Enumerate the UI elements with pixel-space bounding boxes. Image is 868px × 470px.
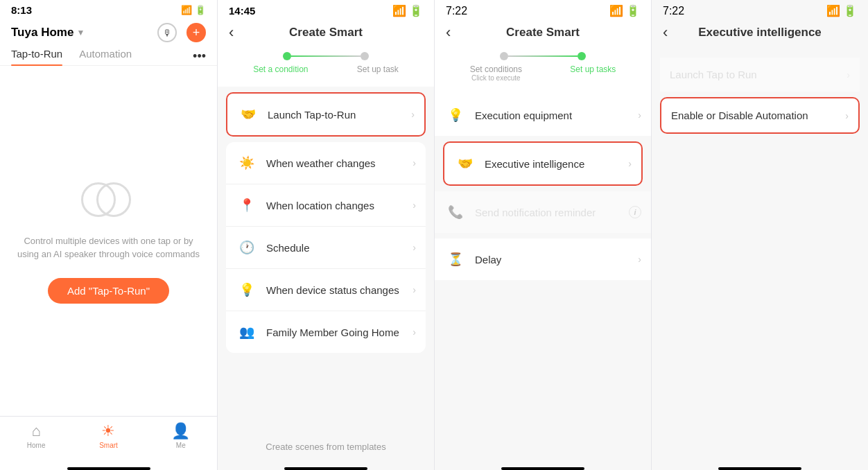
progress-steps-2	[218, 46, 434, 63]
mic-button[interactable]: 🎙	[157, 23, 177, 42]
chevron-down-icon: ▼	[76, 28, 85, 37]
smart-nav-label: Smart	[99, 442, 118, 449]
notification-list: 📞 Send notification reminder i	[435, 191, 651, 233]
back-button-2[interactable]: ‹	[229, 24, 234, 42]
home-indicator-2	[284, 467, 367, 470]
device-text: When device status changes	[266, 284, 413, 296]
step-line-3	[508, 55, 578, 57]
rings-icon	[81, 179, 137, 220]
chevron-location: ›	[413, 200, 416, 211]
tab-tap-to-run[interactable]: Tap-to-Run	[11, 48, 62, 65]
wifi-icon-4: 📶	[826, 5, 840, 17]
chevron-weather: ›	[413, 157, 416, 168]
status-bar-2: 14:45 📶 🔋	[218, 0, 434, 20]
exec-intel-icon: 🤝	[454, 153, 476, 175]
status-bar-1: 8:13 📶 🔋	[0, 0, 217, 19]
add-tap-to-run-button[interactable]: Add "Tap-To-Run"	[48, 278, 169, 304]
execution-equipment-item[interactable]: 💡 Execution equipment ›	[435, 94, 651, 136]
location-icon: 📍	[236, 194, 258, 216]
launch-tap-run-text: Launch Tap to Run	[670, 69, 847, 80]
nav-me[interactable]: 👤 Me	[145, 422, 217, 449]
exec-equip-text: Execution equipment	[475, 110, 638, 121]
nav-smart[interactable]: ☀ Smart	[72, 422, 144, 449]
chevron-device: ›	[413, 284, 416, 295]
launch-tap-to-run-item[interactable]: 🤝 Launch Tap-to-Run ›	[226, 92, 426, 137]
notification-text: Send notification reminder	[475, 207, 629, 218]
step-dot-3b	[578, 52, 586, 60]
panel-executive-intelligence: 7:22 📶 🔋 ‹ Executive intelligence Launch…	[651, 0, 868, 470]
task-list: 💡 Execution equipment ›	[435, 94, 651, 136]
delay-icon: ⏳	[444, 248, 467, 270]
chevron-4b: ›	[845, 110, 849, 121]
step-line-2	[291, 55, 361, 57]
chevron-launch: ›	[411, 109, 415, 120]
battery-icon-2: 🔋	[409, 5, 423, 17]
time-3: 7:22	[446, 5, 467, 17]
time-2: 14:45	[229, 5, 255, 17]
home-indicator-4	[718, 467, 801, 470]
schedule-item[interactable]: 🕐 Schedule ›	[226, 227, 426, 269]
family-icon: 👥	[236, 321, 258, 343]
panel4-list-1: Launch Tap to Run ›	[660, 58, 860, 92]
launch-icon: 🤝	[237, 103, 259, 125]
chevron-schedule: ›	[413, 242, 416, 253]
weather-item[interactable]: ☀️ When weather changes ›	[226, 142, 426, 184]
family-text: Family Member Going Home	[266, 327, 413, 338]
weather-icon: ☀️	[236, 152, 258, 174]
location-item[interactable]: 📍 When location changes ›	[226, 184, 426, 227]
progress-labels-2: Set a condition Set up task	[218, 63, 434, 81]
location-text: When location changes	[266, 200, 413, 211]
tab-automation[interactable]: Automation	[79, 48, 132, 65]
info-icon[interactable]: i	[629, 206, 641, 218]
step-dot-3a	[500, 52, 508, 60]
panel-title-2: Create Smart	[289, 26, 363, 40]
delay-text: Delay	[475, 254, 638, 266]
panel-create-smart-1: 14:45 📶 🔋 ‹ Create Smart Set a condition…	[217, 0, 434, 470]
chevron-delay: ›	[638, 254, 641, 265]
device-status-item[interactable]: 💡 When device status changes ›	[226, 269, 426, 311]
nav-home[interactable]: ⌂ Home	[0, 422, 72, 449]
status-bar-3: 7:22 📶 🔋	[435, 0, 651, 20]
chevron-exec-intel: ›	[628, 158, 632, 169]
status-icons-1: 📶 🔋	[181, 5, 206, 15]
back-button-4[interactable]: ‹	[663, 24, 668, 42]
highlighted-block-2: 🤝 Launch Tap-to-Run ›	[226, 92, 426, 137]
highlighted-block-4: Enable or Disable Automation ›	[660, 97, 860, 134]
status-bar-4: 7:22 📶 🔋	[652, 0, 868, 20]
more-icon[interactable]: •••	[193, 49, 206, 64]
exec-equip-icon: 💡	[444, 104, 467, 126]
battery-icon-4: 🔋	[843, 5, 857, 17]
progress-labels-3: Set conditions Click to execute Set up t…	[435, 63, 651, 89]
highlighted-block-3: 🤝 Executive intelligence ›	[443, 141, 643, 186]
panel-create-smart-2: 7:22 📶 🔋 ‹ Create Smart Set conditions C…	[434, 0, 651, 470]
chevron-4a: ›	[847, 69, 850, 80]
notification-item: 📞 Send notification reminder i	[435, 191, 651, 233]
step-label-2: Set up task	[357, 64, 399, 74]
chevron-family: ›	[413, 327, 416, 338]
home-title[interactable]: Tuya Home ▼	[11, 26, 85, 40]
battery-icon-1: 🔋	[195, 5, 206, 15]
add-button-header[interactable]: +	[186, 23, 206, 42]
family-member-item[interactable]: 👥 Family Member Going Home ›	[226, 311, 426, 353]
enable-disable-automation-item[interactable]: Enable or Disable Automation ›	[660, 97, 860, 134]
launch-text: Launch Tap-to-Run	[268, 109, 411, 121]
back-button-3[interactable]: ‹	[446, 24, 451, 42]
progress-steps-3	[435, 46, 651, 63]
panel-home: 8:13 📶 🔋 Tuya Home ▼ 🎙 + Tap-to-Run Auto…	[0, 0, 217, 470]
home-indicator-3	[501, 467, 584, 470]
tabs-bar: Tap-to-Run Automation •••	[0, 48, 217, 66]
executive-intelligence-item[interactable]: 🤝 Executive intelligence ›	[443, 141, 643, 186]
home-main-content: Control multiple devices with one tap or…	[0, 66, 217, 416]
home-nav-label: Home	[27, 442, 46, 449]
delay-item[interactable]: ⏳ Delay ›	[435, 238, 651, 280]
schedule-icon: 🕐	[236, 236, 258, 259]
step-sub-label: Click to execute	[470, 74, 522, 82]
me-nav-label: Me	[176, 442, 186, 449]
status-icons-3: 📶 🔋	[609, 4, 640, 17]
tabs-left: Tap-to-Run Automation	[11, 48, 132, 65]
time-4: 7:22	[663, 5, 684, 17]
delay-list: ⏳ Delay ›	[435, 238, 651, 280]
home-indicator-1	[67, 467, 150, 470]
create-template-label[interactable]: Create scenes from templates	[218, 430, 434, 463]
weather-text: When weather changes	[266, 157, 413, 169]
